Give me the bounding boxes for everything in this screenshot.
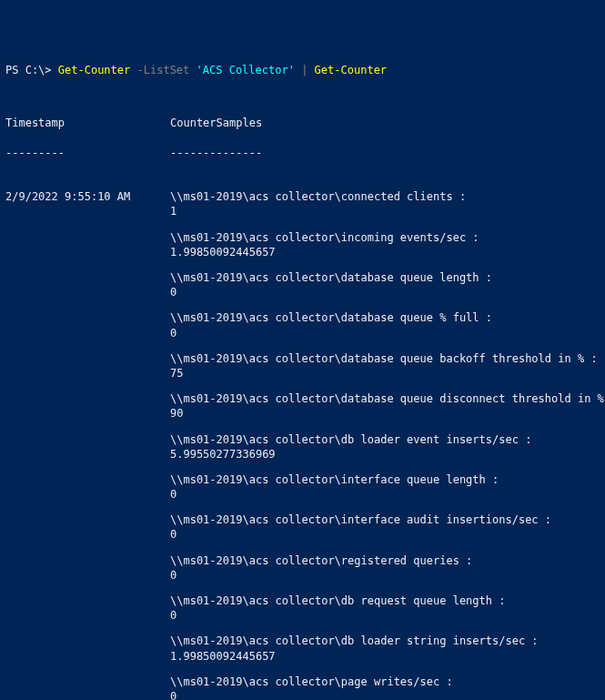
counter-path: \\ms01-2019\acs collector\database queue… (170, 310, 605, 325)
output-body: 2/9/2022 9:55:10 AM \\ms01-2019\acs coll… (5, 189, 600, 700)
counter-value: 1 (170, 204, 605, 218)
counter-sample: \\ms01-2019\acs collector\database queue… (170, 351, 605, 380)
timestamp-value: 2/9/2022 9:55:10 AM (5, 189, 170, 700)
counter-sample: \\ms01-2019\acs collector\interface audi… (170, 512, 605, 542)
counter-value: 1.99850092445657 (170, 245, 605, 259)
param-listset: -ListSet (130, 64, 196, 76)
prompt-prefix: PS C:\> (5, 64, 58, 76)
command-prompt-line[interactable]: PS C:\> Get-Counter -ListSet 'ACS Collec… (5, 63, 600, 77)
counter-value: 1.99850092445657 (170, 649, 605, 664)
output-header-row: Timestamp CounterSamples (5, 116, 600, 130)
counter-value: 0 (170, 326, 605, 340)
space (308, 64, 314, 76)
counter-path: \\ms01-2019\acs collector\interface queu… (170, 472, 605, 487)
counter-sample: \\ms01-2019\acs collector\interface queu… (170, 472, 605, 502)
header-timestamp-dash: --------- (5, 146, 170, 160)
counter-sample: \\ms01-2019\acs collector\incoming event… (170, 230, 605, 259)
counter-sample: \\ms01-2019\acs collector\db request que… (170, 593, 605, 623)
counter-path: \\ms01-2019\acs collector\connected clie… (170, 189, 605, 204)
counter-sample: \\ms01-2019\acs collector\database queue… (170, 310, 605, 340)
output-header-underline: --------- -------------- (5, 146, 600, 160)
counter-value: 75 (170, 366, 605, 380)
header-countersamples-dash: -------------- (170, 146, 600, 160)
counter-path: \\ms01-2019\acs collector\db request que… (170, 593, 605, 608)
counter-samples-list: \\ms01-2019\acs collector\connected clie… (170, 189, 605, 700)
counter-sample: \\ms01-2019\acs collector\registered que… (170, 553, 605, 583)
counter-value: 0 (170, 487, 605, 502)
counter-sample: \\ms01-2019\acs collector\db loader stri… (170, 634, 605, 663)
counter-value: 5.99550277336969 (170, 447, 605, 462)
arg-string: 'ACS Collector' (197, 64, 295, 76)
counter-value: 0 (170, 527, 605, 542)
cmdlet-1: Get-Counter (58, 64, 130, 76)
counter-value: 0 (170, 568, 605, 583)
cmdlet-2: Get-Counter (315, 64, 387, 76)
counter-path: \\ms01-2019\acs collector\incoming event… (170, 230, 605, 245)
counter-value: 0 (170, 689, 605, 700)
counter-value: 0 (170, 608, 605, 623)
header-timestamp: Timestamp (5, 116, 170, 130)
counter-path: \\ms01-2019\acs collector\interface audi… (170, 512, 605, 527)
counter-sample: \\ms01-2019\acs collector\database queue… (170, 270, 605, 299)
counter-sample: \\ms01-2019\acs collector\database queue… (170, 391, 605, 421)
counter-sample: \\ms01-2019\acs collector\page writes/se… (170, 675, 605, 700)
counter-path: \\ms01-2019\acs collector\database queue… (170, 351, 605, 366)
counter-path: \\ms01-2019\acs collector\page writes/se… (170, 675, 605, 689)
counter-path: \\ms01-2019\acs collector\registered que… (170, 553, 605, 568)
counter-path: \\ms01-2019\acs collector\db loader stri… (170, 634, 605, 648)
counter-value: 0 (170, 285, 605, 299)
counter-sample: \\ms01-2019\acs collector\connected clie… (170, 189, 605, 218)
counter-path: \\ms01-2019\acs collector\database queue… (170, 391, 605, 406)
counter-path: \\ms01-2019\acs collector\database queue… (170, 270, 605, 285)
header-countersamples: CounterSamples (170, 116, 600, 130)
counter-sample: \\ms01-2019\acs collector\db loader even… (170, 432, 605, 462)
counter-value: 90 (170, 406, 605, 421)
counter-path: \\ms01-2019\acs collector\db loader even… (170, 432, 605, 447)
